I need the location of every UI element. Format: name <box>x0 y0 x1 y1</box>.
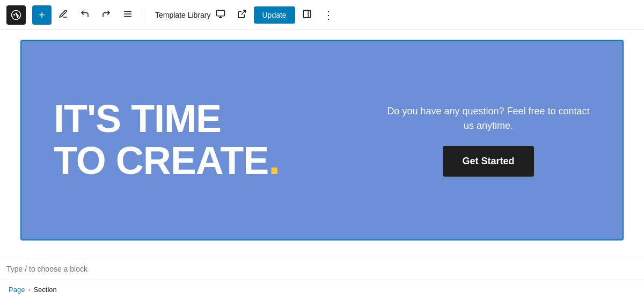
toolbar: + <box>0 0 644 30</box>
svg-rect-3 <box>216 10 224 16</box>
add-icon: + <box>39 10 45 20</box>
update-button[interactable]: Update <box>254 6 295 24</box>
hero-section-block[interactable]: IT'S TIME TO CREATE. Do you have any que… <box>21 41 623 239</box>
editor-area: IT'S TIME TO CREATE. Do you have any que… <box>0 30 644 299</box>
hero-dot: . <box>268 135 280 183</box>
toolbar-divider <box>142 9 142 21</box>
hero-cta-button[interactable]: Get Started <box>443 146 533 177</box>
external-link-icon <box>237 9 247 20</box>
block-chooser[interactable]: Type / to choose a block <box>0 258 644 280</box>
hero-headline-line1: IT'S TIME <box>54 99 386 138</box>
svg-rect-7 <box>303 10 311 18</box>
redo-icon <box>101 9 111 20</box>
wp-logo-button[interactable] <box>6 5 26 25</box>
hero-headline: IT'S TIME TO CREATE. <box>54 99 386 181</box>
external-link-button[interactable] <box>232 5 252 25</box>
pen-tool-button[interactable] <box>54 5 73 25</box>
hero-right-container: Do you have any question? Feel free to c… <box>386 104 590 177</box>
breadcrumb-separator-1: › <box>28 286 30 294</box>
toolbar-left: + <box>6 5 211 25</box>
list-icon <box>123 9 133 20</box>
more-icon: ⋮ <box>323 10 334 20</box>
hero-subtext: Do you have any question? Feel free to c… <box>386 104 590 133</box>
hero-headline-line2: TO CREATE. <box>54 138 386 181</box>
page-title: Template Library <box>147 11 211 19</box>
undo-button[interactable] <box>75 5 94 25</box>
svg-line-6 <box>241 10 245 14</box>
canvas-wrapper: IT'S TIME TO CREATE. Do you have any que… <box>0 30 644 280</box>
add-block-button[interactable]: + <box>32 5 52 25</box>
breadcrumb-page[interactable]: Page <box>9 286 25 294</box>
toolbar-right: Update ⋮ <box>211 5 338 25</box>
block-chooser-text: Type / to choose a block <box>6 265 87 273</box>
monitor-view-button[interactable] <box>211 5 230 25</box>
pen-icon <box>58 9 68 20</box>
columns-icon <box>302 9 312 20</box>
canvas-content: IT'S TIME TO CREATE. Do you have any que… <box>21 41 623 258</box>
breadcrumb-section: Section <box>33 286 56 294</box>
redo-button[interactable] <box>97 5 116 25</box>
monitor-icon <box>216 9 225 20</box>
hero-headline-container: IT'S TIME TO CREATE. <box>54 99 386 181</box>
list-view-button[interactable] <box>118 5 137 25</box>
breadcrumb: Page › Section <box>0 280 644 299</box>
undo-icon <box>80 9 90 20</box>
more-options-button[interactable]: ⋮ <box>319 5 338 25</box>
sidebar-toggle-button[interactable] <box>297 5 317 25</box>
